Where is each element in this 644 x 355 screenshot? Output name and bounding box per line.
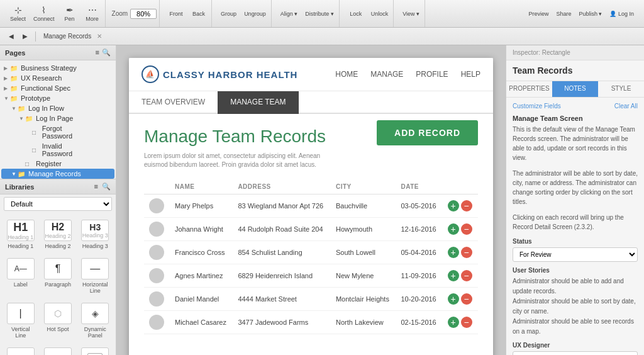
lib-item-inline-frame[interactable]: ▭Inline Frame	[4, 345, 37, 355]
add-record-button[interactable]: ADD RECORD	[377, 120, 478, 145]
tree-item-9[interactable]: ▼📁Manage Records	[1, 169, 114, 179]
row-delete-btn[interactable]: −	[461, 223, 472, 235]
view-btn[interactable]: View ▾	[400, 9, 422, 18]
sidebar-search-icon[interactable]: 🔍	[102, 48, 111, 57]
table-row[interactable]: Johanna Wright44 Rudolph Road Suite 204H…	[144, 218, 478, 241]
zoom-input[interactable]	[130, 9, 157, 19]
tree-icon-5: 📁	[25, 115, 34, 122]
row-add-btn[interactable]: +	[448, 293, 459, 305]
pages-back-btn[interactable]: ◀	[5, 31, 18, 41]
lib-icon-5: —	[81, 258, 109, 279]
ux-designer-select[interactable]: Jeremy C.	[513, 351, 638, 355]
row-delete-btn[interactable]: −	[461, 270, 472, 281]
tab-properties[interactable]: PROPERTIES	[506, 81, 552, 97]
tree-item-7[interactable]: □Invalid Password	[1, 141, 114, 159]
row-actions-cell: +−	[443, 288, 478, 311]
lib-search-icon[interactable]: 🔍	[102, 183, 111, 191]
tree-item-0[interactable]: ▶📁Business Strategy	[1, 63, 114, 73]
status-select[interactable]: For Review	[513, 247, 638, 262]
sidebar-list-icon[interactable]: ≡	[96, 48, 99, 57]
row-add-btn[interactable]: +	[448, 247, 459, 258]
lib-item-vertical-line[interactable]: |Vertical Line	[4, 300, 37, 341]
col-name[interactable]: NAME	[170, 179, 233, 194]
row-date: 12-16-2016	[396, 218, 442, 241]
distribute-btn[interactable]: Distribute ▾	[303, 9, 336, 18]
tree-item-5[interactable]: ▼📁Log In Page	[1, 113, 114, 123]
table-row[interactable]: Michael Casarez3477 Jadewood FarmsNorth …	[144, 311, 478, 334]
row-delete-btn[interactable]: −	[461, 317, 472, 328]
preview-btn[interactable]: Preview	[526, 9, 551, 18]
canvas-tab-btn[interactable]: Manage Records ✕	[40, 31, 106, 41]
lib-item-hot-spot[interactable]: ⬡Hot Spot	[41, 300, 74, 341]
table-row[interactable]: Francisco Cross854 Schulist LandingSouth…	[144, 241, 478, 264]
row-add-btn[interactable]: +	[448, 200, 459, 211]
row-delete-btn[interactable]: −	[461, 247, 472, 258]
unlock-btn[interactable]: Unlock	[369, 9, 391, 18]
row-actions: +−	[448, 270, 473, 281]
lib-item-heading-2[interactable]: H2Heading 2Heading 2	[41, 217, 74, 252]
canvas-scroll[interactable]: ⛵ CLASSY HARBOR HEALTH HOME MANAGE PROFI…	[116, 45, 506, 355]
lib-list-icon[interactable]: ≡	[94, 183, 98, 191]
tree-item-3[interactable]: ▼📁Prototype	[1, 93, 114, 103]
lib-item-dynamic-panel[interactable]: ◈Dynamic Panel	[79, 300, 112, 341]
col-date[interactable]: DATE	[396, 179, 442, 194]
lib-item-horizontal-line[interactable]: —Horizontal Line	[79, 256, 112, 296]
inspector-tabs: PROPERTIES NOTES STYLE	[506, 81, 644, 98]
lock-group: Lock Unlock	[343, 0, 394, 27]
tab-manage-team[interactable]: MANAGE TEAM	[218, 91, 298, 114]
pages-fwd-btn[interactable]: ▶	[19, 31, 31, 41]
nav-help[interactable]: HELP	[461, 70, 480, 79]
row-delete-btn[interactable]: −	[461, 200, 472, 211]
library-select[interactable]: Default	[4, 197, 112, 211]
select-tool-btn[interactable]: ⊹ Select	[8, 4, 28, 23]
front-label: Front	[170, 11, 183, 17]
login-btn[interactable]: 👤 Log In	[607, 9, 636, 18]
connect-tool-btn[interactable]: ⌇ Connect	[31, 4, 57, 23]
table-row[interactable]: Mary Phelps83 Wiegland Manor Apt 726Bauc…	[144, 194, 478, 218]
row-add-btn[interactable]: +	[448, 223, 459, 235]
lib-item-heading-3[interactable]: H3Heading 3Heading 3	[79, 217, 112, 252]
row-add-btn[interactable]: +	[448, 270, 459, 281]
table-row[interactable]: Daniel Mandel4444 Market StreetMontclair…	[144, 288, 478, 311]
col-address[interactable]: ADDRESS	[233, 179, 331, 194]
nav-home[interactable]: HOME	[335, 70, 358, 79]
front-btn[interactable]: Front	[166, 9, 186, 18]
publish-btn[interactable]: Publish ▾	[576, 9, 604, 18]
tree-item-4[interactable]: ▼📁Log In Flow	[1, 103, 114, 113]
nav-manage[interactable]: MANAGE	[370, 70, 403, 79]
tree-item-8[interactable]: □Register	[1, 159, 114, 169]
row-delete-btn[interactable]: −	[461, 293, 472, 305]
align-btn[interactable]: Align ▾	[278, 9, 301, 18]
ungroup-btn[interactable]: Ungroup	[242, 9, 269, 18]
pen-tool-btn[interactable]: ✒ Pen	[60, 4, 80, 23]
table-row[interactable]: Agnes Martinez6829 Heidenreich IslandNew…	[144, 264, 478, 288]
lib-item-paragraph[interactable]: ¶Paragraph	[41, 256, 74, 296]
tab-notes[interactable]: NOTES	[552, 81, 598, 97]
row-add-btn[interactable]: +	[448, 317, 459, 328]
row-date: 10-20-2016	[396, 288, 442, 311]
more-tool-btn[interactable]: ⋯ More	[82, 4, 103, 23]
customize-fields-link[interactable]: Customize Fields	[513, 103, 561, 110]
tab-style[interactable]: STYLE	[598, 81, 644, 97]
share-btn[interactable]: Share	[553, 9, 574, 18]
back-btn[interactable]: Back	[189, 9, 209, 18]
tree-item-6[interactable]: □Forgot Password	[1, 123, 114, 141]
lib-icon-9: ▭	[7, 347, 35, 355]
row-date: 11-09-2016	[396, 264, 442, 288]
col-city[interactable]: CITY	[331, 179, 396, 194]
group-btn[interactable]: Group	[218, 9, 239, 18]
tree-item-2[interactable]: ▶📁Functional Spec	[1, 83, 114, 93]
tab-team-overview[interactable]: TEAM OVERVIEW	[129, 91, 218, 114]
lib-item-repeater[interactable]: ⊞Repeater	[41, 345, 74, 355]
lib-item-text-field[interactable]: abcText Field	[79, 345, 112, 355]
canvas-tab-close[interactable]: ✕	[97, 33, 102, 40]
row-actions: +−	[448, 247, 473, 258]
nav-profile[interactable]: PROFILE	[416, 70, 448, 79]
lock-btn[interactable]: Lock	[346, 9, 366, 18]
row-city: Montclair Heights	[331, 288, 396, 311]
lib-item-label[interactable]: A—Label	[4, 256, 37, 296]
row-actions-cell: +−	[443, 311, 478, 334]
tree-item-1[interactable]: ▶📁UX Research	[1, 73, 114, 83]
clear-all-link[interactable]: Clear All	[614, 103, 638, 110]
lib-item-heading-1[interactable]: H1Heading 1Heading 1	[4, 217, 37, 252]
